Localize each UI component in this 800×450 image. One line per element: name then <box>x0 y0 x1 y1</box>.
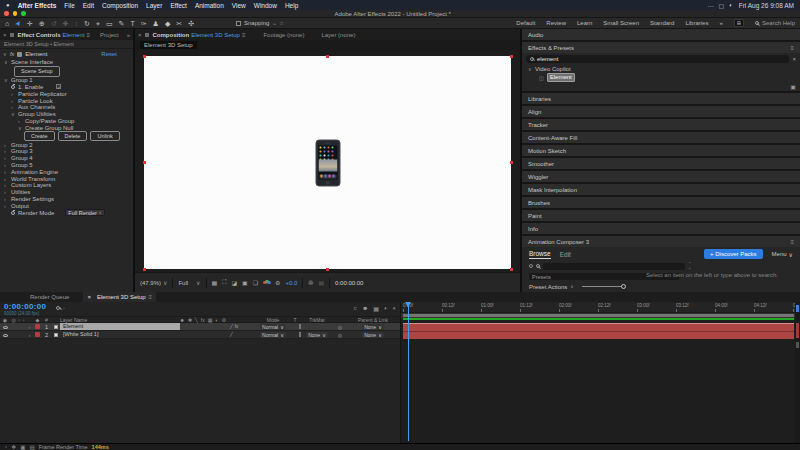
label-color-swatch[interactable] <box>35 324 40 329</box>
property-animation-engine[interactable]: ›Animation Engine <box>0 168 133 175</box>
property-render-settings[interactable]: ›Render Settings <box>0 196 133 203</box>
clone-stamp-tool-icon[interactable]: ♟ <box>153 20 159 27</box>
label-column-icon[interactable]: ◆ <box>33 317 42 323</box>
property-group-3[interactable]: ›Group 3 <box>0 148 133 155</box>
mask-visibility-icon[interactable]: ◪ <box>231 279 237 286</box>
close-icon[interactable]: × <box>3 32 7 38</box>
frame-blending-icon[interactable]: ▦ <box>373 305 379 312</box>
more-icon[interactable]: ⋯ <box>707 2 713 9</box>
panel-header-info[interactable]: Info <box>522 223 800 234</box>
panel-header-smoother[interactable]: Smoother <box>522 158 800 169</box>
workspace-overflow-chevron[interactable]: » <box>719 20 722 26</box>
menu-view[interactable]: View <box>232 2 246 9</box>
menu-animation[interactable]: Animation <box>195 2 224 9</box>
snapping-toggle[interactable]: Snapping ⌁⌗ <box>236 20 283 27</box>
close-icon[interactable]: × <box>138 32 142 38</box>
property-group-4[interactable]: ›Group 4 <box>0 155 133 162</box>
frame-blend-column-icon[interactable]: ▦ <box>208 317 213 323</box>
composition-viewer[interactable] <box>135 50 520 272</box>
panel-header-brushes[interactable]: Brushes <box>522 197 800 208</box>
preserve-transparency-checkbox[interactable] <box>299 324 301 329</box>
zoom-tool-icon[interactable]: ⊕ <box>39 20 45 27</box>
work-area-bar[interactable] <box>403 314 794 317</box>
chevron-down-icon[interactable]: ∨ <box>4 59 8 65</box>
mode-dropdown[interactable]: Normal∨ <box>260 324 286 330</box>
property-world-transform[interactable]: ›World Transform <box>0 175 133 182</box>
quality-column-icon[interactable]: ╲ <box>195 317 198 323</box>
breadcrumb[interactable]: Element 3D Setup <box>140 41 197 49</box>
video-visibility-icon[interactable] <box>3 334 8 337</box>
property-utilities[interactable]: ›Utilities <box>0 189 133 196</box>
pan-behind-tool-icon[interactable]: ⌖ <box>96 20 100 27</box>
chevron-down-icon[interactable]: ∨ <box>3 51 7 57</box>
show-snapshot-icon[interactable]: ▤ <box>318 279 324 286</box>
parent-dropdown[interactable]: None∨ <box>362 324 384 330</box>
graph-editor-icon[interactable]: ⌖ <box>393 305 396 312</box>
layer-handle[interactable] <box>326 268 329 271</box>
display-icon[interactable]: ▢ <box>718 2 724 9</box>
playhead-line[interactable] <box>408 302 409 441</box>
layer-name[interactable]: Element <box>60 323 180 330</box>
layer-name[interactable]: [White Solid 1] <box>60 331 101 338</box>
rectangle-tool-icon[interactable]: ▭ <box>106 20 113 27</box>
playhead-icon[interactable] <box>405 302 411 307</box>
menu-composition[interactable]: Composition <box>102 2 138 9</box>
render-speed-icon[interactable]: ◔ <box>4 444 7 450</box>
control-center-icon[interactable]: ◐ <box>729 2 733 9</box>
property-particle-look[interactable]: ›Particle Look <box>0 97 133 104</box>
video-visibility-icon[interactable] <box>3 326 8 329</box>
unlink-button[interactable]: Unlink <box>90 131 119 142</box>
lock-column-icon[interactable]: ▫ <box>23 317 25 323</box>
chevron-down-icon[interactable]: ∨ <box>4 77 8 83</box>
menu-edit[interactable]: Edit <box>83 2 94 9</box>
panel-header-animation-composer[interactable]: Animation Composer 3 ≡ <box>522 236 800 247</box>
expand-arrow-icon[interactable]: › <box>26 324 33 330</box>
effects-search-input[interactable]: element <box>526 55 789 63</box>
exposure-value[interactable]: +0.0 <box>286 280 298 286</box>
layer-handle[interactable] <box>510 268 513 271</box>
panel-menu-icon[interactable]: ≡ <box>242 32 246 38</box>
selection-tool-icon[interactable]: ➤ <box>14 19 23 28</box>
mode-column-label[interactable]: Mode <box>256 317 290 323</box>
panel-header-motion-sketch[interactable]: Motion Sketch <box>522 145 800 156</box>
menu-dropdown[interactable]: Menu ∨ <box>772 251 793 258</box>
show-channel-icon[interactable] <box>263 280 270 285</box>
panel-menu-icon[interactable]: ≡ <box>790 45 794 51</box>
scene-setup-button[interactable]: Scene Setup <box>14 66 60 77</box>
timeline-scrollbar[interactable] <box>795 302 800 443</box>
panel-header-align[interactable]: Align <box>522 106 800 117</box>
tab-footage[interactable]: Footage (none) <box>263 32 304 38</box>
render-mode-dropdown[interactable]: Full Render∨ <box>65 209 104 216</box>
trkmat-column-label[interactable]: TrkMat <box>300 317 334 323</box>
slider-knob[interactable] <box>621 284 626 289</box>
chevron-right-icon[interactable]: › <box>4 196 8 202</box>
clear-search-icon[interactable]: × <box>792 56 796 62</box>
layer-handle[interactable] <box>510 161 513 164</box>
trkmat-dropdown[interactable]: None∨ <box>306 332 328 338</box>
motion-blur-icon[interactable]: ◐ <box>384 305 388 312</box>
snapping-checkbox[interactable] <box>236 21 241 26</box>
tab-composition[interactable]: Composition Element 3D Setup ≡ <box>152 29 247 40</box>
stopwatch-icon[interactable] <box>11 211 15 215</box>
pickwhip-icon[interactable]: ◎ <box>338 324 342 330</box>
layer-switch-icon[interactable]: ╱ <box>230 332 233 337</box>
close-icon[interactable]: × <box>87 294 91 300</box>
stopwatch-icon[interactable] <box>11 85 15 89</box>
parent-dropdown[interactable]: None∨ <box>362 332 384 338</box>
menu-layer[interactable]: Layer <box>146 2 162 9</box>
chevron-right-icon[interactable]: › <box>4 169 8 175</box>
property-render-mode[interactable]: Render ModeFull Render∨ <box>0 209 133 216</box>
filter-ring-icon[interactable] <box>529 264 533 268</box>
layer-handle[interactable] <box>143 55 146 58</box>
panel-menu-icon[interactable]: ≡ <box>149 294 153 300</box>
rotation-tool-icon[interactable]: ↻ <box>84 20 90 27</box>
panel-menu-icon[interactable]: ≡ <box>87 32 91 38</box>
timeline-search[interactable]: ⌄ <box>56 305 65 310</box>
table-row-layer-element[interactable]: ›1Element╱fxNormal∨◎None∨ <box>0 323 400 331</box>
video-column-icon[interactable]: ◉ <box>0 317 10 323</box>
grid-guides-icon[interactable]: ▦ <box>212 279 218 286</box>
panel-header-effects-presets[interactable]: Effects & Presets ≡ <box>522 42 800 53</box>
fx-column-icon[interactable]: fx <box>201 317 205 323</box>
panel-header-tracker[interactable]: Tracker <box>522 119 800 130</box>
parent-link-column-label[interactable]: Parent & Link <box>346 317 400 323</box>
